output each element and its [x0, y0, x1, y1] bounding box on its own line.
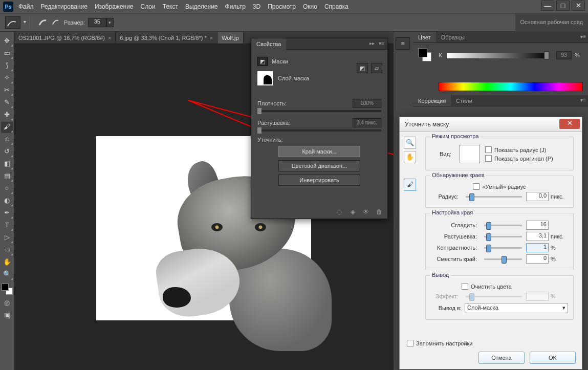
pixel-mask-button[interactable]: ◩ — [357, 63, 368, 73]
invert-button[interactable]: Инвертировать — [278, 175, 360, 186]
eyedropper-tool[interactable]: ✎ — [1, 97, 13, 108]
radius-slider[interactable] — [466, 196, 522, 198]
feather-input[interactable]: 3,1 — [526, 232, 549, 241]
show-radius-checkbox[interactable] — [485, 146, 492, 153]
ok-button[interactable]: OK — [530, 352, 576, 364]
load-selection-icon[interactable]: ◌ — [335, 208, 343, 215]
eraser-tool[interactable]: ◧ — [1, 159, 13, 170]
decontaminate-checkbox[interactable] — [462, 283, 468, 290]
stamp-tool[interactable]: ⎌ — [1, 134, 13, 145]
remember-settings[interactable]: Запомнить настройки — [407, 340, 473, 346]
k-slider[interactable] — [447, 53, 549, 58]
window-maximize-button[interactable]: □ — [556, 1, 570, 11]
panel-controls[interactable]: ▸▸ ▾≡ — [369, 40, 384, 46]
adjustments-tab[interactable]: Коррекция — [413, 95, 451, 106]
workspace-switcher[interactable]: Основная рабочая сред — [515, 14, 588, 32]
dialog-close-button[interactable]: ✕ — [559, 119, 580, 129]
panel-menu-icon[interactable]: ▾≡ — [580, 34, 586, 39]
close-tab-icon[interactable]: × — [210, 32, 213, 43]
zoom-tool-icon[interactable]: 🔍 — [404, 137, 416, 149]
close-tab-icon[interactable]: × — [108, 32, 111, 43]
smooth-slider[interactable] — [484, 225, 522, 226]
vector-mask-button[interactable]: ▱ — [371, 63, 382, 73]
mask-thumbnail[interactable] — [257, 71, 273, 85]
panel-header[interactable]: Свойства ▸▸ ▾≡ — [251, 38, 387, 50]
foreground-background-colors[interactable] — [2, 284, 13, 295]
toggle-mask-icon[interactable]: 👁 — [362, 208, 370, 215]
k-slider-thumb[interactable] — [544, 51, 549, 59]
brush-icon[interactable] — [38, 17, 48, 28]
healing-tool[interactable]: ✚ — [1, 110, 13, 121]
size-input[interactable]: 35 — [88, 18, 106, 27]
window-close-button[interactable]: ✕ — [572, 1, 585, 11]
menu-filter[interactable]: Фильтр — [225, 3, 246, 10]
apply-mask-icon[interactable]: ◈ — [349, 208, 357, 215]
menu-help[interactable]: Справка — [324, 3, 349, 10]
brush-tool[interactable]: 🖌 — [1, 122, 13, 133]
menu-edit[interactable]: Редактирование — [41, 3, 88, 10]
remember-checkbox[interactable] — [407, 340, 413, 346]
output-to-select[interactable]: Слой-маска ▾ — [465, 303, 568, 313]
color-tab[interactable]: Цвет — [413, 32, 436, 42]
screen-mode-toggle[interactable]: ▣ — [1, 310, 13, 321]
color-spectrum[interactable] — [439, 82, 583, 91]
window-minimize-button[interactable]: — — [541, 1, 554, 11]
document-tab[interactable]: 6.jpg @ 33,3% (Слой 1, RGB/8*) * × — [116, 32, 217, 43]
type-tool[interactable]: T — [1, 220, 13, 231]
swatches-tab[interactable]: Образцы — [436, 32, 470, 42]
radius-input[interactable]: 0,0 — [526, 192, 549, 201]
marquee-tool[interactable]: ▭ — [1, 48, 13, 59]
styles-tab[interactable]: Стили — [451, 95, 477, 106]
history-brush-tool[interactable]: ↺ — [1, 146, 13, 158]
hand-tool[interactable]: ✋ — [1, 257, 13, 268]
shift-edge-slider[interactable] — [484, 258, 522, 260]
foreground-color-swatch[interactable] — [2, 284, 9, 291]
crop-tool[interactable]: ✂ — [1, 85, 13, 96]
gradient-tool[interactable]: ▤ — [1, 171, 13, 182]
menu-select[interactable]: Выделение — [185, 3, 218, 10]
density-slider[interactable] — [257, 110, 381, 112]
density-value[interactable]: 100% — [353, 99, 381, 108]
pen-tool[interactable]: ✒ — [1, 208, 13, 219]
color-range-button[interactable]: Цветовой диапазон... — [278, 160, 360, 171]
shape-tool[interactable]: ▭ — [1, 245, 13, 256]
feather-slider[interactable] — [484, 236, 522, 237]
show-original-checkbox[interactable] — [485, 155, 492, 162]
k-value-input[interactable]: 93 — [556, 51, 572, 59]
smooth-input[interactable]: 16 — [526, 221, 549, 230]
document-tab[interactable]: OS21001.JPG @ 16,7% (RGB/8#) × — [14, 32, 116, 43]
airbrush-icon[interactable] — [52, 18, 60, 28]
contrast-input[interactable]: 1 — [526, 243, 549, 252]
mask-edge-button[interactable]: Край маски... — [278, 146, 360, 157]
menu-3d[interactable]: 3D — [253, 3, 260, 10]
color-swatch-picker[interactable] — [418, 48, 431, 61]
refine-brush-tool-icon[interactable]: 🖌 — [404, 179, 416, 191]
blur-tool[interactable]: ○ — [1, 183, 13, 194]
feather-value[interactable]: 3,4 пикс. — [353, 118, 381, 127]
menu-image[interactable]: Изображение — [95, 3, 134, 10]
menu-text[interactable]: Текст — [163, 3, 178, 10]
smart-radius-checkbox[interactable] — [473, 183, 480, 190]
menu-layers[interactable]: Слои — [141, 3, 156, 10]
delete-mask-icon[interactable]: 🗑 — [375, 208, 383, 215]
contrast-slider[interactable] — [484, 247, 522, 249]
size-dropdown[interactable]: ▾ — [106, 18, 114, 27]
view-mode-thumbnail[interactable] — [460, 145, 480, 163]
panel-menu-icon[interactable]: ▾≡ — [580, 97, 586, 103]
dodge-tool[interactable]: ◐ — [1, 195, 13, 207]
magic-wand-tool[interactable]: ✧ — [1, 73, 13, 84]
shift-edge-input[interactable]: 0 — [526, 254, 549, 264]
collapsed-panel-icon[interactable]: ≡ — [396, 37, 410, 50]
feather-slider[interactable] — [257, 129, 381, 132]
dialog-titlebar[interactable]: Уточнить маску ✕ — [400, 117, 582, 132]
move-tool[interactable]: ✥ — [1, 36, 13, 47]
document-tab[interactable]: Wolf.jp — [217, 32, 243, 43]
menu-window[interactable]: Окно — [303, 3, 317, 10]
menu-view[interactable]: Просмотр — [268, 3, 296, 10]
menu-file[interactable]: Файл — [18, 3, 34, 10]
cancel-button[interactable]: Отмена — [478, 352, 525, 364]
lasso-tool[interactable]: ⟆ — [1, 60, 13, 72]
quick-mask-toggle[interactable]: ◎ — [1, 298, 13, 309]
tool-preset-picker[interactable] — [5, 16, 20, 29]
zoom-tool[interactable]: 🔍 — [1, 269, 13, 280]
